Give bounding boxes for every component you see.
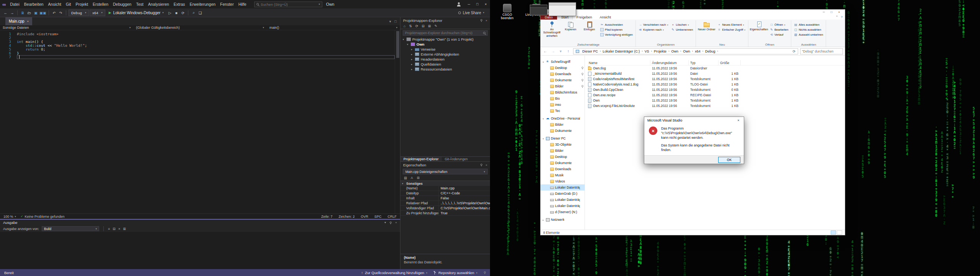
expand-arrow-icon[interactable]: ▾: [542, 137, 545, 140]
breadcrumb-segment[interactable]: Own ›: [681, 49, 693, 54]
comment-icon[interactable]: ❏: [197, 10, 203, 16]
select-all-button[interactable]: ▤ Alles auswählen: [793, 22, 824, 27]
ok-button[interactable]: OK: [718, 157, 740, 163]
explorer-search-box[interactable]: [800, 48, 843, 54]
properties-object-dropdown[interactable]: Main.cpp Dateieigenschaften▾: [403, 169, 488, 174]
select-none-button[interactable]: ▢ Nichts auswählen: [793, 27, 824, 32]
property-category[interactable]: Sonstiges: [400, 181, 490, 186]
zoom-control[interactable]: 100 %▾: [3, 215, 16, 219]
move-to-button[interactable]: → Verschieben nach▾: [637, 22, 669, 27]
expand-arrow-icon[interactable]: ▸: [411, 48, 415, 51]
property-value[interactable]: C:\VS\Projekte\Own\Own\Main.cpp: [439, 206, 490, 210]
column-header[interactable]: Größe: [719, 60, 741, 65]
pin-icon[interactable]: [480, 19, 482, 21]
output-content[interactable]: [0, 232, 400, 269]
sidebar-item[interactable]: Dokumente: [541, 160, 585, 166]
help-icon[interactable]: ?: [841, 15, 843, 19]
stop-icon[interactable]: ■: [173, 10, 179, 16]
sidebar-item[interactable]: ▾ Schnellzugriff: [541, 59, 585, 65]
code-line[interactable]: 7: [0, 55, 395, 59]
editor-scrollbar[interactable]: [395, 30, 400, 214]
delete-button[interactable]: × Löschen▾: [670, 22, 694, 27]
history-button[interactable]: ⟲ Verlauf: [769, 32, 789, 37]
close-panel-icon[interactable]: ×: [485, 163, 487, 167]
sidebar-item[interactable]: Lokaler Datenträger (C:): [541, 184, 585, 191]
ribbon-tab[interactable]: Freigeben: [573, 15, 596, 20]
undo-icon[interactable]: ↶: [51, 10, 57, 16]
sidebar-item[interactable]: Lokaler Datenträger: [541, 203, 585, 209]
code-line[interactable]: 5 return 0;: [0, 48, 395, 51]
sidebar-item[interactable]: Bio: [541, 95, 585, 102]
start-debugging-button[interactable]: ▶ Lokaler Windows-Debugger ▾: [106, 10, 167, 16]
explorer-search-input[interactable]: [802, 49, 841, 53]
mini-window[interactable]: [530, 5, 547, 15]
home-icon[interactable]: ⌂: [403, 24, 405, 28]
menu-item[interactable]: Bearbeiten: [22, 0, 46, 8]
property-row[interactable]: (Name) Main.cpp: [400, 186, 490, 191]
file-row[interactable]: CodeAnalysisResultManifest 11.05.2022 19…: [587, 76, 845, 82]
sidebar-item[interactable]: inso: [541, 102, 585, 108]
platform-dropdown[interactable]: x64▾: [90, 10, 105, 16]
up-button[interactable]: ↑: [565, 48, 571, 54]
breadcrumb-scope-dropdown[interactable]: (Globaler Gültigkeitsbereich)▾: [133, 25, 266, 30]
show-all-files-icon[interactable]: ⊞: [428, 24, 431, 28]
tree-item[interactable]: ▸ Headerdateien: [400, 57, 490, 62]
select-repository-button[interactable]: Repository auswählen ▴: [433, 271, 477, 275]
navigate-forward-icon[interactable]: →: [9, 10, 15, 16]
sidebar-item[interactable]: DatenGrab (D:): [541, 191, 585, 197]
sidebar-item[interactable]: Bilder: [541, 83, 585, 89]
tree-item[interactable]: ▾ Projektmappe "Own" (1 von 1 Projekt): [400, 37, 490, 42]
pin-icon[interactable]: [480, 164, 482, 166]
copy-button[interactable]: Kopieren: [562, 21, 580, 31]
cut-button[interactable]: ✂ Ausschneiden: [599, 22, 634, 27]
menu-item[interactable]: Test: [134, 0, 145, 8]
breadcrumb[interactable]: Dieser PC › Lokaler Datenträger (C:) › V…: [573, 48, 798, 54]
refresh-icon[interactable]: ⟳: [415, 24, 418, 28]
sidebar-item[interactable]: Downloads: [541, 166, 585, 172]
property-row[interactable]: Inhalt False: [400, 196, 490, 201]
menu-item[interactable]: Analysieren: [146, 0, 172, 8]
categorized-icon[interactable]: ▤: [404, 176, 407, 180]
menu-item[interactable]: Extras: [172, 0, 188, 8]
search-input[interactable]: [261, 2, 317, 7]
refresh-icon[interactable]: ⟳: [180, 10, 186, 16]
spaces-indicator[interactable]: SPC: [374, 215, 382, 219]
menu-item[interactable]: Hilfe: [236, 0, 249, 8]
find-in-files-icon[interactable]: ⌕: [191, 10, 196, 16]
switch-views-icon[interactable]: ⇅: [409, 24, 412, 28]
expand-arrow-icon[interactable]: ▸: [411, 53, 415, 56]
add-to-source-control-button[interactable]: ↑ Zur Quellcodeverwaltung hinzufügen ▴: [361, 271, 428, 275]
breadcrumb-segment[interactable]: x64 ›: [693, 49, 704, 54]
paste-shortcut-button[interactable]: Verknüpfung einfügen: [599, 32, 634, 37]
file-row[interactable]: Own.tlog 11.05.2022 19:56 Dateiordner: [587, 66, 845, 71]
menu-item[interactable]: Datei: [8, 0, 22, 8]
document-tab[interactable]: Main.cpp ×: [5, 17, 32, 25]
sidebar-item[interactable]: Dokumente: [541, 77, 585, 83]
mini-window[interactable]: [549, 2, 576, 16]
sidebar-item[interactable]: Bilder: [541, 122, 585, 128]
close-tab-icon[interactable]: ×: [27, 20, 29, 23]
open-button[interactable]: □ Öffnen▾: [769, 22, 789, 27]
breadcrumb-segment[interactable]: Dieser PC ›: [581, 49, 601, 54]
sidebar-item[interactable]: d (\\server) (N:): [541, 209, 585, 215]
sidebar-item[interactable]: Musik: [541, 172, 585, 178]
column-header[interactable]: Name: [587, 60, 650, 65]
sidebar-item[interactable]: Videos: [541, 178, 585, 184]
output-source-dropdown[interactable]: Build▾: [42, 226, 99, 231]
sidebar-item[interactable]: Downloads: [541, 71, 585, 77]
maximize-button[interactable]: □: [828, 10, 835, 15]
property-row[interactable]: Relativer Pfad ..\..\..\..\..\..\VS\Proj…: [400, 201, 490, 206]
recent-locations-button[interactable]: ▾: [558, 48, 564, 54]
file-row[interactable]: Own.Build.CppClean 11.05.2022 19:56 Text…: [587, 87, 845, 92]
property-row[interactable]: Vollständiger Pfad C:\VS\Projekte\Own\Ow…: [400, 206, 490, 211]
breadcrumb-segment[interactable]: Debug ›: [704, 49, 719, 54]
sidebar-item[interactable]: Tec: [541, 108, 585, 114]
sidebar-item[interactable]: Bildschirmfotos: [541, 89, 585, 95]
rename-button[interactable]: ✎ Umbenennen: [670, 27, 694, 32]
menu-item[interactable]: Git: [64, 0, 73, 8]
solution-search-input[interactable]: [405, 31, 482, 35]
line-indicator[interactable]: Zeile: 7: [321, 215, 333, 219]
code-line[interactable]: 1#include <iostream>: [0, 32, 395, 36]
property-value[interactable]: C/C++-Code: [439, 191, 490, 196]
desktop-shortcut[interactable]: CSGO beenden: [496, 4, 518, 20]
